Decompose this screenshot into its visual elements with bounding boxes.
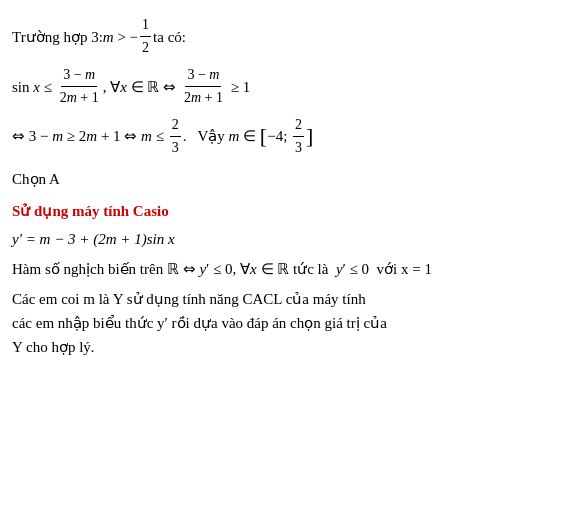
ham-so-text: Hàm số nghịch biến trên ℝ ⇔ y′ ≤ 0, ∀x ∈… (12, 261, 432, 277)
line1-forall: , ∀x ∈ ℝ ⇔ (103, 75, 180, 99)
interval-frac: 2 3 (293, 114, 304, 160)
line1-frac1-den: 2m + 1 (58, 87, 101, 109)
line1-frac2-num: 3 − m (185, 64, 221, 87)
case3-suffix: ta có: (153, 25, 186, 49)
right-bracket: ] (306, 125, 313, 147)
interval-content: −4; (267, 124, 291, 148)
cacl-line3: Y cho hợp lý. (12, 339, 95, 355)
line1-frac2: 3 − m 2m + 1 (182, 64, 225, 110)
formula-text: y′ = m − 3 + (2m + 1)sin x (12, 227, 175, 251)
line2-frac-num: 2 (170, 114, 181, 137)
case3-label: Trường hợp 3: (12, 25, 103, 49)
case3-frac-den: 2 (140, 37, 151, 59)
line2-frac-den: 3 (170, 137, 181, 159)
line1-frac1: 3 − m 2m + 1 (58, 64, 101, 110)
case3-header: Trường hợp 3: m > − 1 2 ta có: (12, 14, 569, 60)
interval-frac-den: 3 (293, 137, 304, 159)
case3-frac-num: 1 (140, 14, 151, 37)
line1-sinx: sin x ≤ (12, 75, 56, 99)
cacl-block: Các em coi m là Y sử dụng tính năng CACL… (12, 287, 569, 359)
chon-a-line: Chọn A (12, 167, 569, 191)
line1-geq1: ≥ 1 (227, 75, 250, 99)
left-bracket: [ (260, 125, 267, 147)
line1-frac1-num: 3 − m (61, 64, 97, 87)
line2-frac: 2 3 (170, 114, 181, 160)
line2-text: ⇔ 3 − m ≥ 2m + 1 ⇔ m ≤ (12, 124, 168, 148)
case3-fraction: 1 2 (140, 14, 151, 60)
line2: ⇔ 3 − m ≥ 2m + 1 ⇔ m ≤ 2 3 . Vậy m ∈ [ −… (12, 114, 569, 160)
line1: sin x ≤ 3 − m 2m + 1 , ∀x ∈ ℝ ⇔ 3 − m 2m… (12, 64, 569, 110)
cacl-line2: các em nhập biểu thức y′ rồi dựa vào đáp… (12, 315, 387, 331)
formula-line: y′ = m − 3 + (2m + 1)sin x (12, 227, 569, 251)
case3-math: m > − (103, 25, 138, 49)
chon-a-text: Chọn A (12, 171, 60, 187)
line1-frac2-den: 2m + 1 (182, 87, 225, 109)
line2-vay: . Vậy m ∈ (183, 124, 260, 148)
ham-so-block: Hàm số nghịch biến trên ℝ ⇔ y′ ≤ 0, ∀x ∈… (12, 257, 569, 281)
casio-title-text: Sử dụng máy tính Casio (12, 203, 169, 219)
interval-frac-num: 2 (293, 114, 304, 137)
cacl-line1: Các em coi m là Y sử dụng tính năng CACL… (12, 291, 366, 307)
casio-title: Sử dụng máy tính Casio (12, 199, 569, 223)
